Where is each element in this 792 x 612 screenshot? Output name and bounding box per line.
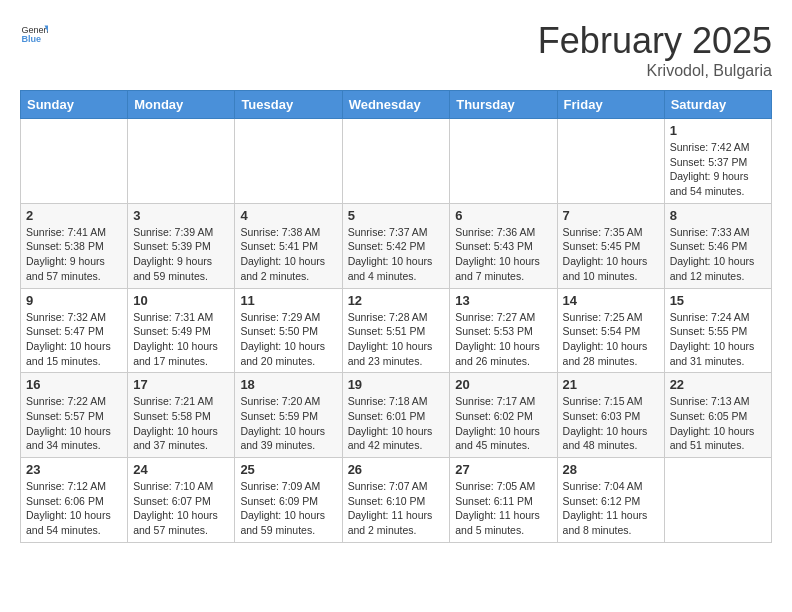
calendar-cell: 26Sunrise: 7:07 AM Sunset: 6:10 PM Dayli…	[342, 458, 450, 543]
day-number: 21	[563, 377, 659, 392]
day-info: Sunrise: 7:17 AM Sunset: 6:02 PM Dayligh…	[455, 394, 551, 453]
location: Krivodol, Bulgaria	[538, 62, 772, 80]
weekday-header: Sunday	[21, 91, 128, 119]
day-info: Sunrise: 7:21 AM Sunset: 5:58 PM Dayligh…	[133, 394, 229, 453]
weekday-header: Monday	[128, 91, 235, 119]
day-number: 19	[348, 377, 445, 392]
calendar-cell	[664, 458, 771, 543]
weekday-header: Saturday	[664, 91, 771, 119]
calendar-week-row: 9Sunrise: 7:32 AM Sunset: 5:47 PM Daylig…	[21, 288, 772, 373]
day-number: 28	[563, 462, 659, 477]
calendar-cell: 15Sunrise: 7:24 AM Sunset: 5:55 PM Dayli…	[664, 288, 771, 373]
svg-text:General: General	[21, 25, 48, 35]
day-info: Sunrise: 7:33 AM Sunset: 5:46 PM Dayligh…	[670, 225, 766, 284]
day-number: 23	[26, 462, 122, 477]
day-info: Sunrise: 7:28 AM Sunset: 5:51 PM Dayligh…	[348, 310, 445, 369]
day-info: Sunrise: 7:41 AM Sunset: 5:38 PM Dayligh…	[26, 225, 122, 284]
day-info: Sunrise: 7:36 AM Sunset: 5:43 PM Dayligh…	[455, 225, 551, 284]
calendar-cell: 23Sunrise: 7:12 AM Sunset: 6:06 PM Dayli…	[21, 458, 128, 543]
calendar-cell: 9Sunrise: 7:32 AM Sunset: 5:47 PM Daylig…	[21, 288, 128, 373]
day-number: 13	[455, 293, 551, 308]
day-number: 5	[348, 208, 445, 223]
calendar-cell: 16Sunrise: 7:22 AM Sunset: 5:57 PM Dayli…	[21, 373, 128, 458]
weekday-header: Friday	[557, 91, 664, 119]
logo-icon: General Blue	[20, 20, 48, 48]
calendar-cell: 2Sunrise: 7:41 AM Sunset: 5:38 PM Daylig…	[21, 203, 128, 288]
calendar-cell: 17Sunrise: 7:21 AM Sunset: 5:58 PM Dayli…	[128, 373, 235, 458]
day-info: Sunrise: 7:04 AM Sunset: 6:12 PM Dayligh…	[563, 479, 659, 538]
page-header: General Blue February 2025 Krivodol, Bul…	[20, 20, 772, 80]
calendar-week-row: 23Sunrise: 7:12 AM Sunset: 6:06 PM Dayli…	[21, 458, 772, 543]
calendar-cell	[450, 119, 557, 204]
calendar-cell: 28Sunrise: 7:04 AM Sunset: 6:12 PM Dayli…	[557, 458, 664, 543]
svg-text:Blue: Blue	[21, 34, 41, 44]
day-number: 8	[670, 208, 766, 223]
day-number: 4	[240, 208, 336, 223]
calendar-week-row: 16Sunrise: 7:22 AM Sunset: 5:57 PM Dayli…	[21, 373, 772, 458]
day-number: 27	[455, 462, 551, 477]
day-number: 14	[563, 293, 659, 308]
day-number: 12	[348, 293, 445, 308]
calendar-cell: 13Sunrise: 7:27 AM Sunset: 5:53 PM Dayli…	[450, 288, 557, 373]
day-number: 10	[133, 293, 229, 308]
day-info: Sunrise: 7:35 AM Sunset: 5:45 PM Dayligh…	[563, 225, 659, 284]
day-number: 25	[240, 462, 336, 477]
calendar-cell: 5Sunrise: 7:37 AM Sunset: 5:42 PM Daylig…	[342, 203, 450, 288]
calendar-cell: 25Sunrise: 7:09 AM Sunset: 6:09 PM Dayli…	[235, 458, 342, 543]
day-number: 17	[133, 377, 229, 392]
day-info: Sunrise: 7:10 AM Sunset: 6:07 PM Dayligh…	[133, 479, 229, 538]
calendar-cell: 22Sunrise: 7:13 AM Sunset: 6:05 PM Dayli…	[664, 373, 771, 458]
calendar-cell: 3Sunrise: 7:39 AM Sunset: 5:39 PM Daylig…	[128, 203, 235, 288]
calendar-cell: 18Sunrise: 7:20 AM Sunset: 5:59 PM Dayli…	[235, 373, 342, 458]
day-number: 15	[670, 293, 766, 308]
calendar-cell	[128, 119, 235, 204]
day-info: Sunrise: 7:22 AM Sunset: 5:57 PM Dayligh…	[26, 394, 122, 453]
calendar-cell: 10Sunrise: 7:31 AM Sunset: 5:49 PM Dayli…	[128, 288, 235, 373]
calendar-cell: 19Sunrise: 7:18 AM Sunset: 6:01 PM Dayli…	[342, 373, 450, 458]
calendar-cell: 24Sunrise: 7:10 AM Sunset: 6:07 PM Dayli…	[128, 458, 235, 543]
day-info: Sunrise: 7:31 AM Sunset: 5:49 PM Dayligh…	[133, 310, 229, 369]
day-info: Sunrise: 7:38 AM Sunset: 5:41 PM Dayligh…	[240, 225, 336, 284]
calendar-cell	[557, 119, 664, 204]
calendar-cell: 7Sunrise: 7:35 AM Sunset: 5:45 PM Daylig…	[557, 203, 664, 288]
day-number: 16	[26, 377, 122, 392]
logo: General Blue	[20, 20, 48, 48]
day-info: Sunrise: 7:29 AM Sunset: 5:50 PM Dayligh…	[240, 310, 336, 369]
day-number: 22	[670, 377, 766, 392]
calendar-header-row: SundayMondayTuesdayWednesdayThursdayFrid…	[21, 91, 772, 119]
title-block: February 2025 Krivodol, Bulgaria	[538, 20, 772, 80]
day-info: Sunrise: 7:18 AM Sunset: 6:01 PM Dayligh…	[348, 394, 445, 453]
calendar-table: SundayMondayTuesdayWednesdayThursdayFrid…	[20, 90, 772, 543]
day-number: 11	[240, 293, 336, 308]
calendar-week-row: 2Sunrise: 7:41 AM Sunset: 5:38 PM Daylig…	[21, 203, 772, 288]
day-info: Sunrise: 7:25 AM Sunset: 5:54 PM Dayligh…	[563, 310, 659, 369]
day-info: Sunrise: 7:42 AM Sunset: 5:37 PM Dayligh…	[670, 140, 766, 199]
calendar-cell: 12Sunrise: 7:28 AM Sunset: 5:51 PM Dayli…	[342, 288, 450, 373]
day-number: 6	[455, 208, 551, 223]
day-info: Sunrise: 7:12 AM Sunset: 6:06 PM Dayligh…	[26, 479, 122, 538]
calendar-week-row: 1Sunrise: 7:42 AM Sunset: 5:37 PM Daylig…	[21, 119, 772, 204]
calendar-cell	[21, 119, 128, 204]
day-info: Sunrise: 7:24 AM Sunset: 5:55 PM Dayligh…	[670, 310, 766, 369]
day-info: Sunrise: 7:09 AM Sunset: 6:09 PM Dayligh…	[240, 479, 336, 538]
weekday-header: Wednesday	[342, 91, 450, 119]
day-info: Sunrise: 7:39 AM Sunset: 5:39 PM Dayligh…	[133, 225, 229, 284]
day-info: Sunrise: 7:37 AM Sunset: 5:42 PM Dayligh…	[348, 225, 445, 284]
day-info: Sunrise: 7:27 AM Sunset: 5:53 PM Dayligh…	[455, 310, 551, 369]
day-number: 9	[26, 293, 122, 308]
month-title: February 2025	[538, 20, 772, 62]
day-info: Sunrise: 7:07 AM Sunset: 6:10 PM Dayligh…	[348, 479, 445, 538]
day-number: 7	[563, 208, 659, 223]
day-number: 2	[26, 208, 122, 223]
weekday-header: Tuesday	[235, 91, 342, 119]
day-number: 1	[670, 123, 766, 138]
calendar-cell: 14Sunrise: 7:25 AM Sunset: 5:54 PM Dayli…	[557, 288, 664, 373]
calendar-cell: 4Sunrise: 7:38 AM Sunset: 5:41 PM Daylig…	[235, 203, 342, 288]
day-number: 24	[133, 462, 229, 477]
day-number: 18	[240, 377, 336, 392]
calendar-cell: 6Sunrise: 7:36 AM Sunset: 5:43 PM Daylig…	[450, 203, 557, 288]
day-info: Sunrise: 7:05 AM Sunset: 6:11 PM Dayligh…	[455, 479, 551, 538]
day-info: Sunrise: 7:15 AM Sunset: 6:03 PM Dayligh…	[563, 394, 659, 453]
calendar-cell: 27Sunrise: 7:05 AM Sunset: 6:11 PM Dayli…	[450, 458, 557, 543]
day-number: 26	[348, 462, 445, 477]
